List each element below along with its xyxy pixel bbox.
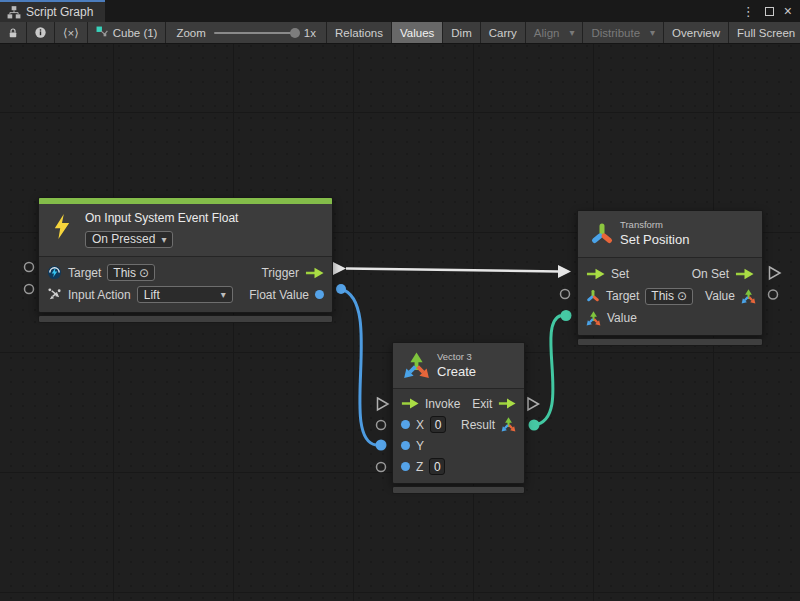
result-label: Result: [461, 418, 495, 432]
float-value-label: Float Value: [249, 288, 309, 302]
transform-set-row: Set On Set: [578, 263, 762, 285]
relations-button[interactable]: Relations: [327, 22, 392, 43]
carry-label: Carry: [489, 27, 517, 39]
trigger-label: Trigger: [261, 266, 299, 280]
fullscreen-button[interactable]: Full Screen: [729, 22, 800, 43]
zoom-slider[interactable]: [214, 32, 296, 34]
x-dot-icon[interactable]: [401, 420, 410, 429]
lock-icon: [7, 27, 19, 39]
vector3-icon: [501, 417, 516, 432]
flow-arrow-icon: [735, 268, 754, 280]
values-button[interactable]: Values: [392, 22, 443, 43]
wire-result-to-value[interactable]: [534, 316, 561, 426]
node-footer: [38, 315, 333, 323]
relations-label: Relations: [335, 27, 383, 39]
event-mode-dropdown[interactable]: On Pressed ▾: [85, 231, 173, 248]
zoom-slider-handle[interactable]: [290, 28, 300, 38]
invoke-input-port[interactable]: [378, 398, 389, 410]
transform-value-output-port[interactable]: [769, 290, 778, 299]
lightning-bolt-icon: [51, 213, 73, 240]
graph-toolbar: ⟨×⟩ Cube (1) Zoom 1x Relations Values Di…: [0, 22, 800, 44]
target-label: Target: [68, 266, 101, 280]
input-action-dropdown[interactable]: Lift ▾: [137, 286, 233, 303]
y-input-port[interactable]: [376, 440, 387, 451]
node-title: Create: [437, 364, 516, 379]
graph-canvas[interactable]: On Input System Event Float On Pressed ▾…: [0, 44, 800, 601]
float-value-dot-icon[interactable]: [315, 290, 324, 299]
result-output-port[interactable]: [529, 420, 540, 431]
lock-button[interactable]: [0, 22, 27, 43]
node-category: Transform: [620, 219, 752, 230]
flow-arrow-icon: [401, 398, 419, 409]
align-dropdown[interactable]: Align ▾: [526, 22, 584, 43]
set-input-port[interactable]: [558, 265, 571, 278]
graph-context-button[interactable]: Cube (1): [88, 22, 167, 43]
target-this-chip[interactable]: This ⊙: [645, 288, 693, 305]
tab-title: Script Graph: [26, 5, 93, 19]
flow-arrow-icon: [498, 398, 516, 409]
trigger-output-port[interactable]: [333, 262, 346, 275]
graph-context-label: Cube (1): [113, 27, 158, 39]
value-out-label: Value: [705, 289, 735, 303]
y-dot-icon[interactable]: [401, 441, 410, 450]
float-value-output-port[interactable]: [336, 284, 346, 294]
kebab-menu-icon[interactable]: ⋮: [742, 5, 755, 18]
node-title: On Input System Event Float: [85, 211, 322, 225]
vector3-icon: [741, 289, 756, 304]
flow-arrow-icon: [586, 268, 605, 280]
distribute-dropdown[interactable]: Distribute ▾: [583, 22, 664, 43]
input-action-value: Lift: [144, 288, 160, 302]
target-this-chip[interactable]: This ⊙: [107, 264, 155, 281]
z-dot-icon[interactable]: [401, 462, 410, 471]
value-input-port[interactable]: [561, 310, 572, 321]
x-label: X: [416, 418, 424, 432]
maximize-icon[interactable]: [765, 7, 774, 16]
code-preview-button[interactable]: ⟨×⟩: [55, 22, 88, 43]
align-label: Align: [534, 27, 560, 39]
object-picker-icon: ⊙: [139, 266, 149, 280]
close-icon[interactable]: ×: [784, 4, 792, 18]
on-set-label: On Set: [692, 267, 729, 281]
dim-button[interactable]: Dim: [443, 22, 480, 43]
script-graph-icon: [7, 5, 21, 19]
transform-icon: [586, 289, 600, 303]
x-value-field[interactable]: 0: [430, 416, 446, 433]
vector3-x-row: X 0 Result: [393, 414, 524, 435]
chevron-down-icon: ▾: [161, 234, 166, 245]
exit-output-port[interactable]: [528, 398, 539, 410]
event-target-input-port[interactable]: [25, 263, 34, 272]
overview-button[interactable]: Overview: [664, 22, 729, 43]
script-graph-asset-icon: [96, 26, 109, 39]
distribute-label: Distribute: [591, 27, 640, 39]
chevron-down-icon: ▾: [569, 27, 574, 38]
invoke-label: Invoke: [425, 397, 460, 411]
wire-floatvalue-to-y[interactable]: [341, 289, 376, 445]
zoom-value: 1x: [304, 27, 316, 39]
dim-label: Dim: [451, 27, 471, 39]
wire-trigger-to-set[interactable]: [346, 269, 559, 272]
input-action-label: Input Action: [68, 288, 131, 302]
node-transform-set-position[interactable]: Transform Set Position Set On Set Target: [577, 210, 763, 346]
exit-label: Exit: [472, 397, 492, 411]
node-footer: [392, 486, 525, 494]
set-label: Set: [611, 267, 629, 281]
onset-output-port[interactable]: [770, 267, 781, 279]
event-action-input-port[interactable]: [25, 285, 34, 294]
carry-button[interactable]: Carry: [481, 22, 526, 43]
node-vector3-create[interactable]: Vector 3 Create Invoke Exit X 0: [392, 342, 525, 494]
tab-script-graph[interactable]: Script Graph: [0, 0, 105, 22]
y-label: Y: [416, 439, 424, 453]
info-button[interactable]: [27, 22, 55, 43]
z-input-port[interactable]: [377, 463, 386, 472]
transform-value-row: Value: [578, 307, 762, 329]
node-title: Set Position: [620, 232, 752, 247]
x-input-port[interactable]: [377, 421, 386, 430]
tab-bar: Script Graph ⋮ ×: [0, 0, 800, 22]
node-category: Vector 3: [437, 351, 516, 362]
z-value-field[interactable]: 0: [429, 458, 445, 475]
overview-label: Overview: [672, 27, 720, 39]
node-on-input-system-event-float[interactable]: On Input System Event Float On Pressed ▾…: [38, 197, 333, 323]
values-label: Values: [400, 27, 434, 39]
event-target-row: Target This ⊙ Trigger: [39, 262, 332, 284]
transform-target-input-port[interactable]: [561, 290, 570, 299]
